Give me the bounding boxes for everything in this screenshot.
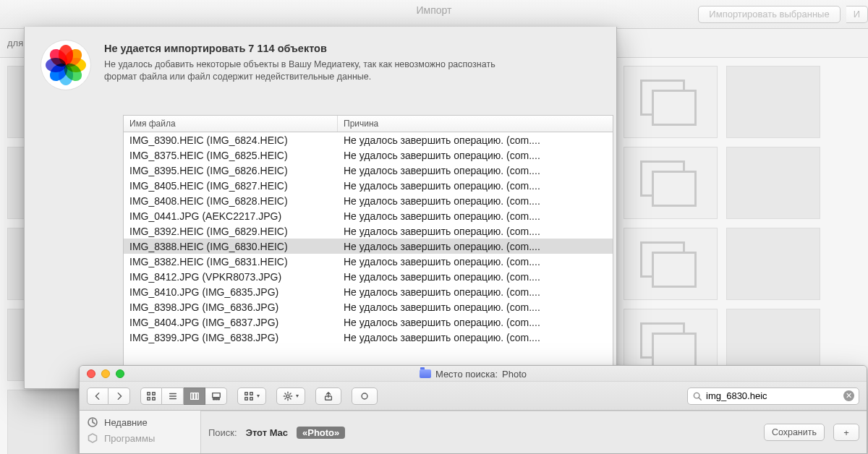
minimize-button[interactable] [101, 369, 110, 378]
scope-current-folder[interactable]: «Photo» [297, 427, 345, 439]
thumbnail-stack[interactable] [624, 66, 718, 138]
cell-filename: IMG_8408.HEIC (IMG_6828.HEIC) [124, 193, 338, 208]
error-table[interactable]: Имя файла Причина IMG_8390.HEIC (IMG_682… [123, 115, 613, 387]
column-reason[interactable]: Причина [338, 116, 613, 132]
svg-rect-16 [245, 397, 248, 400]
chevron-down-icon: ▾ [257, 393, 260, 399]
svg-line-22 [699, 397, 701, 399]
table-row[interactable]: IMG_8410.JPG (IMG_6835.JPG)Не удалось за… [124, 284, 613, 299]
table-row[interactable]: IMG_8388.HEIC (IMG_6830.HEIC)Не удалось … [124, 239, 613, 254]
table-row[interactable]: IMG_8375.HEIC (IMG_6825.HEIC)Не удалось … [124, 147, 613, 163]
finder-window: Место поиска: Photo [79, 365, 867, 454]
import-selected-button[interactable]: Импортировать выбранные [698, 6, 840, 23]
svg-rect-11 [213, 398, 214, 400]
table-row[interactable]: IMG_8395.HEIC (IMG_6826.HEIC)Не удалось … [124, 163, 613, 178]
sidebar-item-label: Недавние [104, 417, 148, 428]
column-filename[interactable]: Имя файла [124, 116, 338, 132]
gallery-icon [211, 391, 221, 401]
thumbnail-stack[interactable] [624, 147, 718, 219]
svg-rect-10 [212, 393, 220, 397]
thumbnail[interactable] [726, 147, 820, 219]
arrange-button[interactable]: ▾ [237, 387, 266, 405]
cell-filename: IMG_8392.HEIC (IMG_6829.HEIC) [124, 223, 338, 239]
clock-icon [87, 416, 98, 428]
save-search-button[interactable]: Сохранить [764, 424, 825, 441]
tag-icon [359, 391, 370, 401]
close-button[interactable] [87, 369, 95, 378]
thumbnail[interactable] [726, 228, 820, 300]
svg-rect-12 [215, 398, 216, 400]
sidebar-item-label: Программы [104, 433, 155, 444]
nav-back-forward [87, 387, 130, 405]
finder-toolbar: ▾ ▾ ✕ [80, 382, 867, 411]
cell-reason: Не удалось завершить операцию. (com.... [338, 269, 613, 284]
finder-titlebar[interactable]: Место поиска: Photo [80, 366, 867, 382]
view-list-button[interactable] [162, 387, 184, 405]
add-criteria-button[interactable]: + [833, 424, 859, 441]
table-row[interactable]: IMG_8392.HEIC (IMG_6829.HEIC)Не удалось … [124, 223, 613, 239]
forward-button[interactable] [109, 387, 130, 405]
photos-toolbar: Импорт Импортировать выбранные И [0, 0, 868, 29]
list-icon [168, 391, 178, 401]
action-button[interactable]: ▾ [276, 387, 305, 405]
svg-point-18 [286, 395, 289, 398]
table-row[interactable]: IMG_8412.JPG (VPKR8073.JPG)Не удалось за… [124, 269, 613, 284]
cell-filename: IMG_8405.HEIC (IMG_6827.HEIC) [124, 178, 338, 193]
zoom-button[interactable] [116, 369, 124, 378]
view-mode-segment [140, 387, 227, 405]
table-row[interactable]: IMG_8390.HEIC (IMG_6824.HEIC)Не удалось … [124, 132, 613, 147]
import-error-dialog: Не удается импортировать 7 114 объектов … [24, 27, 617, 389]
search-field[interactable]: ✕ [687, 387, 859, 405]
search-icon [692, 391, 702, 401]
scope-this-mac[interactable]: Этот Mac [246, 427, 288, 438]
chevron-down-icon: ▾ [296, 393, 299, 399]
view-columns-button[interactable] [184, 387, 205, 405]
svg-rect-7 [190, 393, 192, 399]
search-scope-bar: Поиск: Этот Mac «Photo» Сохранить + [201, 411, 867, 453]
photos-app-icon [41, 40, 91, 90]
cell-reason: Не удалось завершить операцию. (com.... [338, 254, 613, 269]
back-button[interactable] [87, 387, 109, 405]
cell-reason: Не удалось завершить операцию. (com.... [338, 330, 613, 345]
view-icons-button[interactable] [140, 387, 162, 405]
cell-reason: Не удалось завершить операцию. (com.... [338, 132, 613, 147]
view-gallery-button[interactable] [205, 387, 227, 405]
table-row[interactable]: IMG_8398.JPG (IMG_6836.JPG)Не удалось за… [124, 299, 613, 314]
sidebar-item-recents[interactable]: Недавние [87, 415, 193, 429]
table-row[interactable]: IMG_0441.JPG (AEKC2217.JPG)Не удалось за… [124, 208, 613, 223]
cell-reason: Не удалось завершить операцию. (com.... [338, 208, 613, 223]
cell-reason: Не удалось завершить операцию. (com.... [338, 239, 613, 254]
svg-rect-14 [245, 392, 248, 395]
tags-button[interactable] [352, 387, 378, 405]
table-row[interactable]: IMG_8405.HEIC (IMG_6827.HEIC)Не удалось … [124, 178, 613, 193]
share-icon [323, 391, 333, 401]
svg-rect-0 [148, 392, 150, 395]
scope-label: Поиск: [208, 427, 237, 438]
clear-search-button[interactable]: ✕ [843, 390, 854, 401]
table-row[interactable]: IMG_8408.HEIC (IMG_6828.HEIC)Не удалось … [124, 193, 613, 208]
svg-rect-13 [218, 398, 219, 400]
cell-reason: Не удалось завершить операцию. (com.... [338, 163, 613, 178]
finder-body: Недавние Программы Поиск: Этот Mac «Phot… [80, 411, 867, 453]
svg-rect-9 [196, 393, 198, 399]
cell-reason: Не удалось завершить операцию. (com.... [338, 178, 613, 193]
cell-filename: IMG_8399.JPG (IMG_6838.JPG) [124, 330, 338, 345]
window-controls [87, 369, 124, 378]
table-header: Имя файла Причина [124, 116, 613, 132]
svg-rect-3 [153, 397, 156, 400]
table-row[interactable]: IMG_8382.HEIC (IMG_6831.HEIC)Не удалось … [124, 254, 613, 269]
import-all-button-fragment[interactable]: И [846, 6, 868, 23]
cell-filename: IMG_8412.JPG (VPKR8073.JPG) [124, 269, 338, 284]
search-input[interactable] [706, 390, 843, 401]
share-button[interactable] [315, 387, 341, 405]
svg-rect-8 [193, 393, 195, 399]
thumbnail[interactable] [726, 66, 820, 138]
table-row[interactable]: IMG_8399.JPG (IMG_6838.JPG)Не удалось за… [124, 330, 613, 345]
sidebar-item-applications[interactable]: Программы [87, 431, 193, 445]
table-row[interactable]: IMG_8404.JPG (IMG_6837.JPG)Не удалось за… [124, 314, 613, 330]
thumbnail-stack[interactable] [624, 228, 718, 300]
cell-filename: IMG_8395.HEIC (IMG_6826.HEIC) [124, 163, 338, 178]
apps-icon [87, 432, 98, 444]
cell-filename: IMG_0441.JPG (AEKC2217.JPG) [124, 208, 338, 223]
finder-title-prefix: Место поиска: [435, 369, 498, 380]
